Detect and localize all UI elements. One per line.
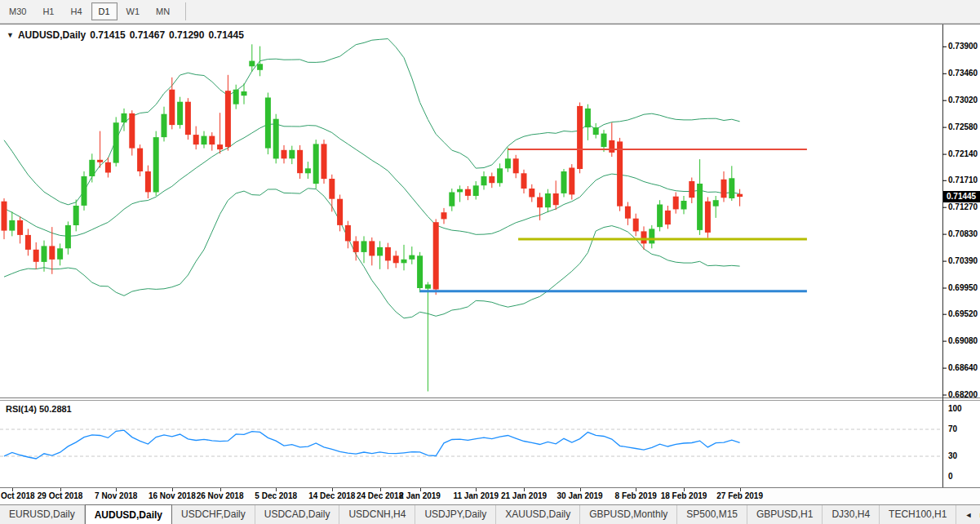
ohlc-low: 0.71290: [169, 29, 204, 41]
date-axis-label: 30 Jan 2019: [557, 491, 603, 500]
date-axis-label: 24 Dec 2018: [357, 491, 403, 500]
date-axis-label: 26 Nov 2018: [197, 491, 244, 500]
date-axis-label: 19 Oct 2018: [0, 491, 35, 500]
date-axis-label: 5 Dec 2018: [255, 491, 297, 500]
rsi-axis-label: 100: [948, 404, 962, 413]
rsi-line: [4, 430, 740, 459]
price-axis-label: 0.69950: [948, 283, 980, 292]
current-price-badge: 0.71445: [943, 191, 980, 202]
price-axis-label: 0.72580: [948, 122, 980, 131]
date-axis-label: 2 Jan 2019: [399, 491, 441, 500]
chart-tab-dj30[interactable]: DJ30,H4: [823, 505, 880, 524]
rsi-name: RSI(14): [6, 404, 37, 414]
price-axis-label: 0.73020: [948, 95, 980, 104]
price-axis-label: 0.69080: [948, 336, 980, 345]
rsi-value: 50.2881: [39, 404, 72, 414]
candlestick-series: [2, 44, 743, 391]
main-chart-canvas[interactable]: [0, 0, 980, 524]
ohlc-high: 0.71467: [130, 29, 165, 41]
price-axis-label: 0.70830: [948, 229, 980, 238]
chart-tab-usdjpy[interactable]: USDJPY,Daily: [415, 505, 496, 524]
price-axis-label: 0.69520: [948, 309, 980, 318]
mt4-window: { "toolbar": { "timeframes": [ {"label":…: [0, 0, 980, 524]
rsi-axis-label: 70: [948, 424, 957, 433]
date-axis-label: 8 Feb 2019: [615, 491, 657, 500]
rsi-axis-label: 30: [948, 451, 957, 460]
chart-tab-gbpusd[interactable]: GBPUSD,Monthly: [580, 505, 677, 524]
price-axis-label: 0.68200: [948, 390, 980, 399]
price-axis-label: 0.70390: [948, 256, 980, 265]
chart-tab-usdcnh[interactable]: USDCNH,H4: [339, 505, 415, 524]
chart-tab-bar: EURUSD,DailyAUDUSD,DailyUSDCHF,DailyUSDC…: [0, 504, 980, 524]
chart-tab-gbpusd[interactable]: GBPUSD,H1: [747, 505, 823, 524]
rsi-indicator-label: RSI(14) 50.2881: [6, 404, 72, 414]
ohlc-open: 0.71415: [90, 29, 125, 41]
chart-tab-tech100[interactable]: TECH100,H1: [880, 505, 956, 524]
chart-tab-xauusd[interactable]: XAUUSD,Daily: [496, 505, 580, 524]
date-axis-label: 11 Jan 2019: [453, 491, 499, 500]
date-axis-label: 14 Dec 2018: [308, 491, 355, 500]
price-axis-label: 0.73900: [948, 42, 980, 51]
symbol-dropdown-icon[interactable]: ▼: [7, 31, 14, 39]
chart-title: ▼ AUDUSD,Daily 0.71415 0.71467 0.71290 0…: [7, 29, 244, 41]
date-axis-label: 16 Nov 2018: [149, 491, 196, 500]
chart-tab-audusd[interactable]: AUDUSD,Daily: [85, 504, 172, 524]
price-axis-label: 0.68640: [948, 363, 980, 372]
price-axis-label: 0.71710: [948, 175, 980, 184]
tab-scroll-left-icon[interactable]: ◄: [964, 511, 972, 519]
chart-tab-usdcad[interactable]: USDCAD,Daily: [255, 505, 340, 524]
chart-tab-eurusd[interactable]: EURUSD,Daily: [0, 505, 85, 524]
date-axis-label: 18 Feb 2019: [661, 491, 707, 500]
chart-tab-usdchf[interactable]: USDCHF,Daily: [172, 505, 255, 524]
ohlc-close: 0.71445: [208, 29, 243, 41]
chart-tab-sp500[interactable]: SP500,M15: [677, 505, 747, 524]
date-axis-label: 21 Jan 2019: [501, 491, 547, 500]
price-axis-label: 0.71270: [948, 202, 980, 211]
price-axis-label: 0.73460: [948, 69, 980, 78]
date-axis-label: 7 Nov 2018: [95, 491, 137, 500]
price-axis-label: 0.72140: [948, 149, 980, 158]
date-axis-label: 27 Feb 2019: [716, 491, 763, 500]
date-axis: 19 Oct 201829 Oct 20187 Nov 201816 Nov 2…: [0, 488, 980, 504]
chart-symbol: AUDUSD,Daily: [18, 29, 86, 41]
rsi-axis-label: 0: [948, 472, 953, 481]
tab-scroll-arrows: ◄►: [956, 505, 980, 524]
date-axis-label: 29 Oct 2018: [38, 491, 83, 500]
bollinger-bands: [4, 39, 740, 318]
